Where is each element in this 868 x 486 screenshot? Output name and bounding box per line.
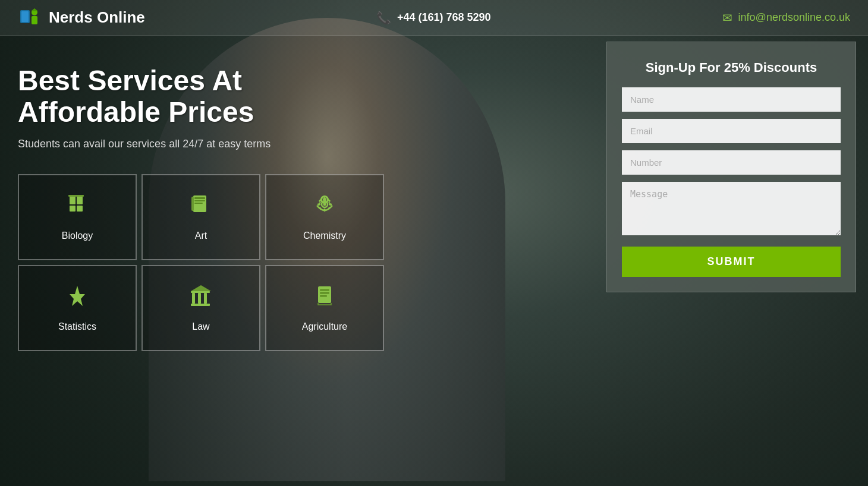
submit-button[interactable]: SUBMIT: [622, 247, 841, 277]
statistics-label: Statistics: [58, 321, 96, 332]
svg-rect-28: [198, 293, 201, 304]
svg-rect-30: [191, 304, 210, 306]
svg-marker-32: [191, 285, 211, 291]
art-icon: [188, 192, 213, 223]
logo-icon: [18, 5, 43, 30]
svg-rect-31: [191, 291, 210, 293]
svg-rect-5: [70, 196, 76, 204]
svg-rect-18: [324, 197, 326, 200]
svg-rect-9: [68, 195, 84, 197]
phone-number: +44 (161) 768 5290: [397, 11, 491, 24]
statistics-icon: [65, 283, 90, 314]
phone-icon: 📞: [376, 11, 391, 25]
chemistry-label: Chemistry: [303, 231, 346, 241]
main-content: Best Services At Affordable Prices Stude…: [0, 36, 868, 486]
email-input[interactable]: [622, 119, 841, 143]
svg-rect-14: [191, 197, 194, 211]
law-label: Law: [192, 321, 209, 332]
hero-subtitle: Students can avail our services all 24/7…: [18, 138, 434, 150]
name-input[interactable]: [622, 87, 841, 112]
svg-rect-33: [318, 286, 331, 303]
svg-rect-27: [192, 293, 195, 304]
biology-icon: [65, 192, 90, 223]
svg-rect-19: [324, 209, 326, 212]
subjects-grid: Biology Art: [18, 174, 434, 351]
subject-card-chemistry[interactable]: Chemistry: [265, 174, 384, 260]
email-icon: ✉: [722, 11, 732, 25]
svg-rect-36: [320, 295, 327, 297]
svg-rect-29: [204, 293, 207, 304]
header-phone: 📞 +44 (161) 768 5290: [376, 11, 491, 25]
header-email: ✉ info@nerdsonline.co.uk: [722, 11, 850, 25]
subject-card-biology[interactable]: Biology: [18, 174, 137, 260]
svg-rect-8: [77, 206, 83, 212]
form-title: Sign-Up For 25% Discounts: [622, 60, 841, 75]
signup-form-panel: Sign-Up For 25% Discounts SUBMIT: [606, 42, 856, 292]
logo-area: Nerds Online: [18, 5, 145, 30]
hero-title: Best Services At Affordable Prices: [18, 65, 434, 128]
svg-rect-34: [320, 289, 329, 291]
logo-text: Nerds Online: [49, 8, 145, 27]
message-input[interactable]: [622, 182, 841, 235]
svg-rect-12: [194, 200, 205, 201]
art-label: Art: [195, 231, 207, 241]
subject-card-statistics[interactable]: Statistics: [18, 265, 137, 351]
svg-rect-21: [329, 204, 332, 206]
law-icon: [188, 283, 213, 314]
svg-rect-3: [32, 16, 37, 24]
svg-marker-4: [31, 8, 38, 11]
svg-rect-7: [70, 206, 76, 212]
svg-rect-35: [320, 292, 329, 294]
svg-point-17: [323, 203, 326, 206]
left-panel: Best Services At Affordable Prices Stude…: [0, 36, 452, 486]
subject-card-law[interactable]: Law: [141, 265, 260, 351]
svg-marker-26: [70, 286, 85, 306]
subject-card-art[interactable]: Art: [141, 174, 260, 260]
agriculture-label: Agriculture: [302, 321, 347, 332]
email-address: info@nerdsonline.co.uk: [738, 11, 850, 24]
svg-rect-6: [77, 196, 83, 204]
number-input[interactable]: [622, 150, 841, 175]
svg-rect-20: [317, 204, 320, 206]
chemistry-icon: [312, 192, 337, 223]
header: Nerds Online 📞 +44 (161) 768 5290 ✉ info…: [0, 0, 868, 36]
svg-rect-11: [194, 197, 205, 199]
svg-rect-1: [21, 11, 29, 22]
biology-label: Biology: [62, 231, 93, 241]
subject-card-agriculture[interactable]: Agriculture: [265, 265, 384, 351]
agriculture-icon: [312, 283, 337, 314]
svg-rect-13: [194, 203, 203, 204]
